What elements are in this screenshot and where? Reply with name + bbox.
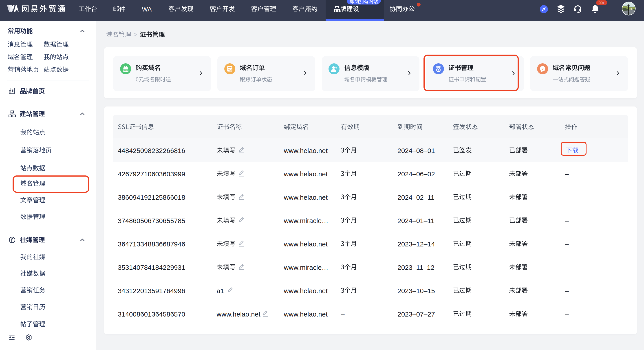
svg-text:www: www xyxy=(123,69,128,72)
svg-text:?: ? xyxy=(542,67,544,71)
